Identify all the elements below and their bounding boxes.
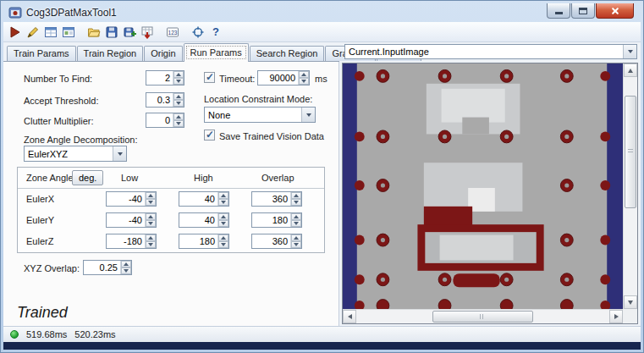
tab-run-params[interactable]: Run Params	[184, 43, 249, 62]
horizontal-scroll-thumb[interactable]	[432, 311, 533, 323]
setup-window-button[interactable]	[60, 24, 77, 41]
tool-window-icon	[44, 25, 58, 39]
eulerz-low-spinner[interactable]: -180	[106, 234, 157, 249]
eulerx-row-label: EulerX	[26, 194, 54, 204]
spinner-up-button[interactable]	[218, 213, 228, 220]
spinner-down-button[interactable]	[218, 199, 228, 206]
dropdown-arrow-icon[interactable]	[623, 45, 636, 58]
spinner-buttons	[145, 234, 156, 248]
run-button[interactable]	[7, 24, 24, 41]
spinner-up-button[interactable]	[291, 213, 301, 220]
spinner-up-button[interactable]	[121, 261, 131, 268]
close-icon	[610, 6, 620, 16]
calculator-button[interactable]: 123	[164, 24, 181, 41]
app-icon	[8, 6, 22, 19]
tab-train-params[interactable]: Train Params	[7, 46, 76, 61]
toolbar: 123 ?	[3, 22, 641, 42]
deg-button[interactable]: deg.	[72, 170, 103, 185]
spinner-up-button[interactable]	[173, 93, 184, 100]
timeout-spinner[interactable]: 90000	[257, 70, 310, 85]
spinner-buttons	[298, 71, 309, 85]
save-plus-icon	[123, 25, 136, 39]
maximize-button[interactable]	[571, 3, 595, 19]
dropdown-arrow-icon[interactable]	[301, 108, 315, 122]
dropdown-arrow-icon[interactable]	[113, 146, 126, 161]
spinner-down-button[interactable]	[291, 199, 301, 206]
accept-threshold-spinner[interactable]: 0.3	[146, 92, 184, 108]
location-constraint-value: None	[205, 110, 301, 120]
eulery-overlap-spinner[interactable]: 180	[251, 212, 302, 228]
spinner-buttons	[173, 71, 184, 85]
image-display[interactable]	[343, 63, 623, 309]
spinner-down-button[interactable]	[146, 199, 156, 206]
save-icon	[105, 25, 118, 39]
number-to-find-spinner[interactable]: 2	[146, 70, 184, 85]
spinner-up-button[interactable]	[291, 192, 301, 199]
spinner-up-button[interactable]	[218, 234, 228, 241]
eulery-low-spinner[interactable]: -40	[106, 212, 157, 228]
minimize-button[interactable]	[547, 3, 570, 19]
overlap-column-header: Overlap	[261, 173, 294, 183]
eulerz-high-spinner[interactable]: 180	[179, 234, 229, 249]
save-record-button[interactable]	[121, 24, 138, 41]
train-button[interactable]	[25, 24, 41, 41]
spinner-down-button[interactable]	[173, 78, 184, 85]
eulerx-overlap-spinner[interactable]: 360	[251, 191, 302, 207]
help-button[interactable]: ?	[207, 24, 224, 41]
vertical-scroll-thumb[interactable]	[625, 96, 636, 208]
spinner-down-button[interactable]	[146, 220, 156, 227]
spinner-up-button[interactable]	[173, 71, 184, 78]
spinner-down-button[interactable]	[173, 100, 184, 107]
zone-angle-decomposition-combobox[interactable]: EulerXYZ	[24, 146, 127, 162]
open-button[interactable]	[85, 24, 102, 41]
input-image-selector[interactable]: Current.InputImage	[344, 44, 637, 59]
spinner-up-button[interactable]	[291, 234, 301, 241]
spinner-down-button[interactable]	[146, 241, 156, 248]
spinner-down-button[interactable]	[218, 220, 228, 227]
tab-search-region[interactable]: Search Region	[250, 46, 325, 61]
spinner-down-button[interactable]	[291, 241, 301, 248]
results-window-button[interactable]	[42, 24, 59, 41]
close-button[interactable]	[596, 3, 634, 19]
save-trained-label: Save Trained Vision Data	[219, 131, 324, 141]
import-record-button[interactable]	[139, 24, 156, 41]
spinner-down-button[interactable]	[173, 120, 184, 127]
spinner-down-button[interactable]	[299, 78, 309, 85]
scrollbar-corner	[623, 309, 637, 323]
spinner-up-button[interactable]	[146, 234, 156, 241]
eulerz-row-label: EulerZ	[26, 236, 53, 246]
scroll-down-button[interactable]	[624, 295, 637, 309]
tab-train-region[interactable]: Train Region	[77, 46, 144, 61]
spinner-down-button[interactable]	[121, 268, 131, 274]
image-panel	[339, 62, 641, 326]
eulerz-low-value: -180	[107, 234, 145, 248]
spinner-buttons	[290, 234, 301, 248]
location-constraint-combobox[interactable]: None	[204, 107, 316, 123]
xyz-overlap-spinner[interactable]: 0.25	[83, 260, 132, 275]
eulerx-low-spinner[interactable]: -40	[106, 191, 157, 207]
vertical-scrollbar[interactable]	[623, 63, 637, 309]
spinner-down-button[interactable]	[218, 241, 228, 248]
horizontal-scrollbar[interactable]	[343, 309, 623, 323]
eulerz-overlap-spinner[interactable]: 360	[251, 234, 302, 249]
scroll-up-button[interactable]	[624, 63, 637, 77]
spinner-up-button[interactable]	[146, 192, 156, 199]
clutter-multiplier-spinner[interactable]: 0	[146, 113, 184, 128]
save-button[interactable]	[103, 24, 120, 41]
timeout-checkbox[interactable]	[204, 72, 215, 83]
spinner-up-button[interactable]	[173, 113, 184, 120]
scroll-right-button[interactable]	[609, 310, 623, 323]
probe-button[interactable]	[190, 24, 206, 41]
eulery-high-spinner[interactable]: 40	[179, 212, 229, 228]
arrow-down-icon	[628, 301, 633, 305]
spinner-up-button[interactable]	[146, 213, 156, 220]
spinner-up-button[interactable]	[218, 192, 228, 199]
eulerx-high-spinner[interactable]: 40	[179, 191, 229, 207]
scroll-left-button[interactable]	[343, 310, 356, 323]
eulerx-low-value: -40	[107, 192, 145, 206]
spinner-down-button[interactable]	[291, 220, 301, 227]
spinner-buttons	[217, 213, 228, 227]
save-trained-checkbox[interactable]	[204, 130, 215, 141]
spinner-up-button[interactable]	[299, 71, 309, 78]
tab-origin[interactable]: Origin	[144, 46, 182, 61]
